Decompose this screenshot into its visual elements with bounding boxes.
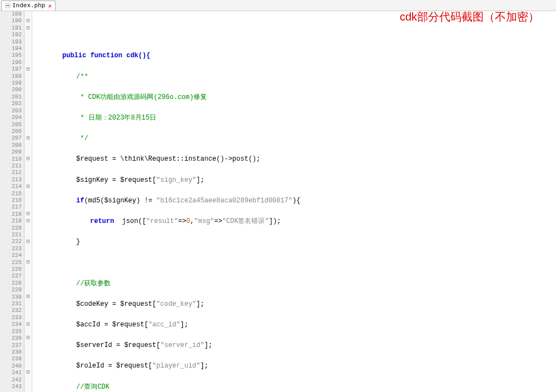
fold-marker [24, 142, 32, 148]
code-line: $codeKey = $request["code_key"]; [76, 301, 556, 307]
tab-bar: Index.php ✕ [0, 0, 556, 11]
fold-marker [24, 163, 32, 170]
fold-marker [24, 176, 32, 183]
code-line: * CDK功能由游戏源码网(296o.com)修复 [76, 94, 556, 101]
code-line: if(md5($signKey) != "b16c1ce2a45aee8aca0… [76, 197, 556, 204]
fold-marker[interactable]: ⊟ [24, 66, 32, 73]
fold-marker[interactable]: ⊟ [24, 218, 32, 225]
fold-marker [24, 107, 32, 114]
fold-marker [24, 32, 32, 38]
code-line: } [76, 239, 556, 245]
fold-marker [24, 80, 32, 87]
code-line [34, 259, 556, 266]
code-line: //获取参数 [76, 280, 556, 287]
fold-marker [24, 349, 32, 355]
fold-marker[interactable]: ⊟ [24, 25, 32, 32]
fold-marker[interactable]: ⊟ [24, 18, 32, 24]
fold-marker [24, 170, 32, 176]
fold-marker [24, 356, 32, 363]
fold-marker[interactable]: ⊟ [24, 294, 32, 300]
fold-marker [24, 245, 32, 252]
fold-marker [24, 287, 32, 294]
tab-filename: Index.php [12, 2, 45, 9]
fold-marker [24, 87, 32, 93]
fold-marker[interactable]: ⊟ [24, 239, 32, 245]
fold-marker[interactable]: ⊟ [24, 259, 32, 266]
code-line: * 日期：2023年8月15日 [76, 115, 556, 121]
code-line: return json(["result"=>0,"msg"=>"CDK签名错误… [90, 218, 556, 225]
fold-marker [24, 273, 32, 280]
code-line: $accId = $request["acc_id"]; [76, 321, 556, 328]
fold-marker[interactable]: ⊟ [24, 135, 32, 142]
fold-marker [24, 307, 32, 314]
fold-marker [24, 376, 32, 383]
code-line: */ [76, 135, 556, 142]
fold-marker [24, 314, 32, 321]
fold-marker [24, 128, 32, 135]
file-tab[interactable]: Index.php ✕ [1, 1, 56, 11]
fold-marker[interactable]: ⊟ [24, 335, 32, 341]
code-area[interactable]: cdk部分代码截图（不加密） public function cdk(){ /*… [32, 11, 556, 392]
svg-rect-1 [6, 5, 9, 6]
code-editor: 1891901911921931941951961971981992002012… [0, 11, 556, 392]
fold-marker[interactable]: ⊟ [24, 156, 32, 162]
fold-marker [24, 115, 32, 121]
fold-marker [24, 252, 32, 259]
fold-marker [24, 342, 32, 349]
fold-marker [24, 46, 32, 52]
fold-marker [24, 266, 32, 272]
code-line: $serverId = $request["server_id"]; [76, 342, 556, 349]
fold-marker [24, 149, 32, 156]
fold-marker[interactable]: ⊟ [24, 321, 32, 328]
close-tab-icon[interactable]: ✕ [48, 2, 52, 9]
code-line: $roleId = $request["player_uid"]; [76, 363, 556, 369]
code-line: $signKey = $request["sign_key"]; [76, 177, 556, 183]
line-number-gutter: 1891901911921931941951961971981992002012… [0, 11, 24, 392]
fold-marker [24, 121, 32, 128]
fold-marker [24, 383, 32, 390]
annotation-overlay: cdk部分代码截图（不加密） [400, 13, 539, 20]
fold-marker [24, 197, 32, 204]
fold-marker [24, 225, 32, 231]
fold-marker [24, 52, 32, 59]
fold-marker [24, 101, 32, 107]
fold-marker [24, 328, 32, 335]
code-line [34, 32, 556, 38]
fold-marker [24, 363, 32, 369]
fold-marker [24, 59, 32, 66]
fold-marker [24, 280, 32, 286]
fold-marker[interactable]: ⊟ [24, 211, 32, 217]
code-line: public function cdk(){ [62, 52, 556, 59]
fold-marker [24, 232, 32, 239]
code-line: $request = \think\Request::instance()->p… [76, 156, 556, 162]
fold-marker[interactable]: ⊟ [24, 183, 32, 190]
fold-marker [24, 11, 32, 18]
code-line: /** [76, 73, 556, 80]
fold-marker [24, 300, 32, 307]
code-line: //查询CDK [76, 384, 556, 390]
fold-column: ⊟⊟⊟⊟⊟⊟⊟⊟⊟⊟⊟⊟⊟⊟ [24, 11, 32, 392]
fold-marker[interactable]: ⊟ [24, 369, 32, 376]
fold-marker [24, 190, 32, 197]
fold-marker [24, 204, 32, 211]
fold-marker [24, 73, 32, 80]
fold-marker [24, 39, 32, 46]
php-file-icon [5, 3, 11, 8]
fold-marker [24, 94, 32, 101]
